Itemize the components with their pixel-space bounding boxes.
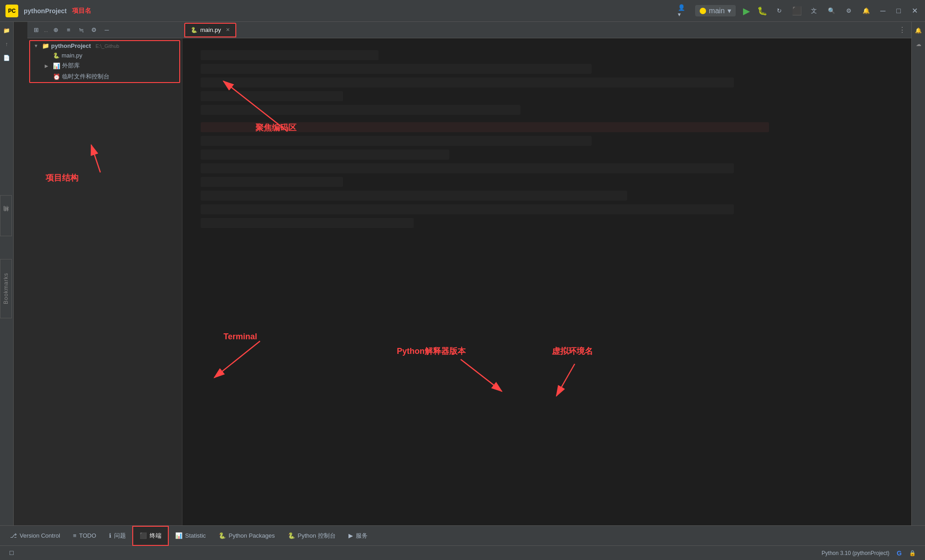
tab-main-py[interactable]: 🐍 main.py ✕ [184, 23, 236, 37]
project-tree-container: ▼ 📁 pythonProject E:\_Github 🐍 main.py ▶ [27, 38, 182, 85]
tab-statistic[interactable]: 📊 Statistic [169, 526, 213, 546]
statistic-icon: 📊 [175, 532, 182, 539]
close-button[interactable]: ✕ [910, 5, 920, 17]
ext-lib-name: 外部库 [62, 62, 80, 70]
run-config-name: main [709, 7, 725, 15]
structure-panel-toggle[interactable]: 结构 [0, 195, 12, 236]
python-version-text: Python 3.10 (pythonProject) [821, 550, 889, 556]
temp-name: 临时文件和控制台 [62, 73, 109, 81]
services-icon: ▶ [348, 532, 353, 539]
bottom-toolbar: ⎇ Version Control ≡ TODO ℹ 问题 ⬛ 终端 📊 Sta… [0, 525, 925, 545]
title-bar-controls: 👤▾ main ▾ ▶ 🐛 ↻ ⬛ 文 🔍 ⚙ 🔔 ─ □ ✕ [678, 5, 920, 17]
google-icon: G [897, 550, 902, 557]
add-icon[interactable]: ⊕ [51, 25, 61, 35]
collapse-icon[interactable]: ≡ [63, 25, 73, 35]
folder-icon: 📁 [42, 42, 49, 49]
collapse-arrow: ▼ [34, 43, 40, 48]
tree-item-temp[interactable]: ⏰ 临时文件和控制台 [30, 71, 179, 82]
tab-bar: 🐍 main.py ✕ ⋮ [182, 22, 911, 38]
reload-button[interactable]: ↻ [774, 6, 785, 16]
editor-content[interactable] [182, 38, 911, 525]
tab-python-console-label: Python 控制台 [298, 532, 336, 540]
root-path: E:\_Github [95, 43, 119, 49]
debug-button[interactable]: 🐛 [757, 6, 767, 16]
tab-todo-label: TODO [79, 532, 96, 539]
search-icon[interactable]: 🔍 [826, 6, 837, 16]
tab-python-packages-label: Python Packages [229, 532, 275, 539]
root-folder-name: pythonProject [51, 42, 91, 49]
tab-python-icon: 🐍 [191, 27, 197, 33]
python-file-icon: 🐍 [53, 52, 60, 59]
tab-close-button[interactable]: ✕ [226, 27, 230, 33]
tree-item-main-py[interactable]: 🐍 main.py [30, 51, 179, 60]
project-panel: ⊞ ... ⊕ ≡ ≒ ⚙ ─ ▼ 📁 pythonProject E:\_Gi… [27, 22, 182, 525]
bookmarks-label: Bookmarks [1, 269, 11, 308]
tab-todo[interactable]: ≡ TODO [67, 526, 103, 546]
status-google-icon[interactable]: G [893, 550, 905, 557]
project-toolbar: ⊞ ... ⊕ ≡ ≒ ⚙ ─ [27, 22, 182, 38]
problems-icon: ℹ [109, 532, 111, 539]
minimize-button[interactable]: ─ [878, 5, 887, 17]
project-name: pythonProject [24, 7, 67, 15]
tab-services[interactable]: ▶ 服务 [342, 526, 374, 546]
tab-problems-label: 问题 [114, 532, 126, 540]
tab-services-label: 服务 [356, 532, 368, 540]
project-name-label: 项目名 [72, 7, 91, 15]
structure-label: 结构 [0, 212, 12, 220]
tab-label: main.py [200, 26, 221, 33]
notifications-icon[interactable]: 🔔 [861, 6, 871, 16]
temp-icon: ⏰ [53, 73, 60, 80]
user-icon[interactable]: 👤▾ [678, 6, 688, 16]
tab-problems[interactable]: ℹ 问题 [103, 526, 132, 546]
tab-version-control-label: Version Control [20, 532, 60, 539]
status-selection-icon[interactable]: ☐ [5, 550, 18, 556]
maximize-button[interactable]: □ [894, 5, 903, 17]
layout-icon[interactable]: ⊞ [31, 25, 41, 35]
tab-python-packages[interactable]: 🐍 Python Packages [212, 526, 281, 546]
gear-icon[interactable]: ⚙ [89, 25, 99, 35]
right-sidebar: 🔔 ☁ [911, 22, 925, 525]
cloud-icon[interactable]: ☁ [914, 39, 924, 49]
file-icon[interactable]: 📄 [2, 53, 12, 63]
ext-lib-icon: 📊 [53, 62, 60, 69]
status-bar: ☐ Python 3.10 (pythonProject) G 🔒 [0, 545, 925, 560]
python-packages-icon: 🐍 [218, 532, 226, 539]
tab-terminal[interactable]: ⬛ 终端 [132, 526, 169, 546]
terminal-icon: ⬛ [140, 532, 147, 539]
main-py-name: main.py [62, 52, 83, 59]
tab-version-control[interactable]: ⎇ Version Control [4, 526, 67, 546]
ext-lib-arrow: ▶ [45, 63, 51, 68]
lock-icon: 🔒 [909, 550, 916, 556]
notifications-right-icon[interactable]: 🔔 [914, 26, 924, 36]
project-view-icon[interactable]: 📁 [2, 26, 12, 36]
translate-icon[interactable]: 文 [809, 6, 819, 16]
settings-icon[interactable]: ⚙ [844, 6, 854, 16]
tab-terminal-label: 终端 [150, 532, 161, 540]
run-config-dot [700, 8, 706, 14]
commit-icon[interactable]: ↑ [2, 39, 12, 49]
run-config-selector[interactable]: main ▾ [695, 5, 736, 16]
bookmarks-panel-toggle[interactable]: Bookmarks [0, 259, 12, 318]
version-control-icon: ⎇ [10, 532, 17, 539]
run-button[interactable]: ▶ [743, 5, 750, 16]
status-lock-icon[interactable]: 🔒 [905, 550, 920, 556]
code-area [182, 38, 911, 240]
stop-button[interactable]: ⬛ [792, 6, 802, 16]
expand-icon[interactable]: ≒ [76, 25, 86, 35]
title-bar: PC pythonProject 项目名 👤▾ main ▾ ▶ 🐛 ↻ ⬛ 文… [0, 0, 925, 22]
status-python-version[interactable]: Python 3.10 (pythonProject) [818, 550, 893, 556]
tree-item-ext-lib[interactable]: ▶ 📊 外部库 [30, 60, 179, 71]
minimize-panel-icon[interactable]: ─ [102, 25, 112, 35]
app-logo: PC [5, 5, 18, 17]
python-console-icon: 🐍 [288, 532, 295, 539]
tree-item-root[interactable]: ▼ 📁 pythonProject E:\_Github [30, 41, 179, 51]
editor-area: 🐍 main.py ✕ ⋮ [182, 22, 911, 525]
tab-python-console[interactable]: 🐍 Python 控制台 [281, 526, 342, 546]
todo-icon: ≡ [73, 532, 77, 539]
tab-more-button[interactable]: ⋮ [895, 26, 909, 34]
tab-statistic-label: Statistic [185, 532, 206, 539]
